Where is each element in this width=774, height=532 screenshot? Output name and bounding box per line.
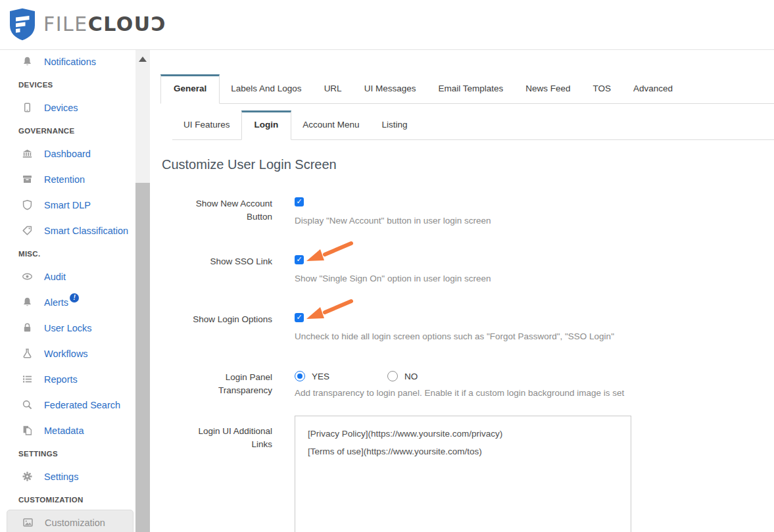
tab-news-feed[interactable]: News Feed: [514, 74, 581, 103]
show-new-account-button-checkbox[interactable]: ✓: [295, 197, 304, 206]
tag-icon: [22, 225, 33, 236]
radio-no[interactable]: [387, 371, 398, 381]
annotation-arrow: [302, 241, 354, 263]
sidebar-item-label: Smart Classification: [44, 226, 128, 236]
login-panel-transparency-option-yes[interactable]: YES: [295, 371, 329, 381]
sidebar-item-settings[interactable]: Settings: [7, 464, 133, 489]
sidebar-item-federated-search[interactable]: Federated Search: [7, 392, 133, 418]
tab-login[interactable]: Login: [241, 110, 292, 140]
tab-account-menu[interactable]: Account Menu: [291, 110, 370, 139]
login-panel-transparency-control: YESNOAdd transparency to login panel. En…: [295, 371, 624, 400]
tab-listing[interactable]: Listing: [371, 110, 419, 139]
sidebar-item-smart-classification[interactable]: Smart Classification: [7, 218, 133, 243]
search-icon: [22, 399, 33, 410]
login-ui-additional-links-control: [295, 416, 631, 532]
form-row-show-login-options: Show Login Options✓Uncheck to hide all l…: [160, 313, 774, 343]
sidebar-item-reports[interactable]: Reports: [7, 366, 133, 392]
form-row-show-new-account-button: Show New Account Button✓Display "New Acc…: [160, 197, 774, 228]
radio-label: NO: [404, 372, 418, 381]
shield-icon: [22, 199, 33, 210]
tab-email-templates[interactable]: Email Templates: [427, 74, 514, 103]
brand-wordmark: FILECLOUƆ: [43, 8, 166, 41]
gear-icon: [22, 471, 33, 482]
sidebar-section-customization: CUSTOMIZATION: [0, 489, 135, 510]
flask-icon: [22, 348, 33, 359]
app-header: FILECLOUƆ: [0, 0, 774, 50]
brand-cloud: CLOU: [88, 12, 151, 36]
scroll-up-icon: [139, 57, 147, 62]
login-ui-additional-links-label: Login UI Additional Links: [160, 416, 272, 532]
annotation-arrow: [302, 299, 354, 321]
sidebar-item-dashboard[interactable]: Dashboard: [7, 141, 133, 166]
sidebar-item-alerts[interactable]: Alerts!: [7, 289, 133, 315]
sidebar-item-user-locks[interactable]: User Locks: [7, 315, 133, 341]
sidebar-item-label: Settings: [44, 472, 78, 482]
sidebar-scrollbar-track[interactable]: [135, 50, 150, 532]
sidebar-item-label: Audit: [44, 272, 66, 282]
main-content: GeneralLabels And LogosURLUI MessagesEma…: [160, 50, 774, 532]
sidebar-section-settings: SETTINGS: [0, 443, 135, 464]
scroll-up-button[interactable]: [135, 50, 150, 68]
tab-ui-messages[interactable]: UI Messages: [353, 74, 427, 103]
filecloud-logo: FILECLOUƆ: [9, 8, 166, 41]
bell-icon: [22, 56, 33, 67]
sidebar-item-label: Customization: [45, 518, 105, 528]
sidebar-item-label: Metadata: [44, 425, 84, 436]
list-icon: [22, 374, 33, 385]
tab-general[interactable]: General: [160, 74, 220, 104]
radio-label: YES: [312, 372, 329, 381]
form-row-login-ui-additional-links: Login UI Additional Links: [160, 416, 774, 532]
login-panel-transparency-options: YESNO: [295, 371, 624, 381]
form-row-login-panel-transparency: Login Panel TransparencyYESNOAdd transpa…: [160, 371, 774, 400]
filecloud-shield-icon: [9, 8, 36, 41]
field-help: Uncheck to hide all login screen options…: [295, 330, 614, 343]
lock-icon: [22, 322, 33, 333]
show-sso-link-control: ✓Show "Single Sign On" option in user lo…: [295, 255, 491, 285]
sidebar-item-metadata[interactable]: Metadata: [7, 418, 133, 443]
sidebar-item-label: Reports: [44, 374, 78, 385]
scrollbar-thumb[interactable]: [135, 183, 150, 532]
show-login-options-control: ✓Uncheck to hide all login screen option…: [295, 313, 614, 343]
sidebar-item-audit[interactable]: Audit: [7, 264, 133, 289]
sidebar-item-label: Federated Search: [44, 400, 120, 410]
tab-labels-and-logos[interactable]: Labels And Logos: [220, 74, 312, 103]
show-login-options-checkbox[interactable]: ✓: [295, 313, 304, 322]
form-row-show-sso-link: Show SSO Link✓Show "Single Sign On" opti…: [160, 255, 774, 285]
archive-icon: [22, 174, 33, 185]
tab-ui-features[interactable]: UI Features: [172, 110, 241, 139]
login-screen-form: Show New Account Button✓Display "New Acc…: [160, 197, 774, 532]
sidebar-item-label: Smart DLP: [44, 200, 91, 210]
login-panel-transparency-option-no[interactable]: NO: [387, 371, 418, 381]
radio-yes[interactable]: [295, 371, 305, 381]
sidebar-item-workflows[interactable]: Workflows: [7, 341, 133, 366]
sidebar-item-retention[interactable]: Retention: [7, 166, 133, 192]
show-login-options-label: Show Login Options: [160, 313, 272, 343]
field-help: Show "Single Sign On" option in user log…: [295, 272, 491, 285]
show-new-account-button-label: Show New Account Button: [160, 197, 272, 228]
alerts-badge: !: [70, 293, 79, 302]
eye-icon: [22, 271, 33, 282]
sidebar-item-customization[interactable]: Customization: [7, 510, 133, 532]
sidebar-item-devices[interactable]: Devices: [7, 95, 133, 120]
tab-tos[interactable]: TOS: [582, 74, 623, 103]
sidebar-nav-list: NotificationsDEVICESDevicesGOVERNANCEDas…: [0, 50, 135, 532]
tab-advanced[interactable]: Advanced: [622, 74, 684, 103]
show-sso-link-checkbox[interactable]: ✓: [295, 255, 304, 264]
tablet-icon: [22, 102, 33, 113]
primary-tabs: GeneralLabels And LogosURLUI MessagesEma…: [160, 74, 774, 104]
bell-icon: [22, 297, 33, 308]
sidebar-item-label: Alerts: [44, 297, 68, 308]
sidebar-section-devices: DEVICES: [0, 74, 135, 95]
image-icon: [22, 517, 34, 528]
sidebar-item-label: Notifications: [44, 57, 96, 67]
sidebar-item-smart-dlp[interactable]: Smart DLP: [7, 192, 133, 218]
brand-d: Ɔ: [151, 12, 167, 36]
login-ui-additional-links-textarea[interactable]: [295, 416, 631, 532]
brand-file: FILE: [43, 12, 88, 36]
tab-url[interactable]: URL: [313, 74, 353, 103]
sidebar-item-label: Dashboard: [44, 149, 91, 159]
sidebar-item-label: User Locks: [44, 323, 92, 333]
sidebar-section-misc: MISC.: [0, 243, 135, 264]
sidebar-item-notifications[interactable]: Notifications: [7, 50, 133, 74]
show-new-account-button-control: ✓Display "New Account" button in user lo…: [295, 197, 491, 228]
